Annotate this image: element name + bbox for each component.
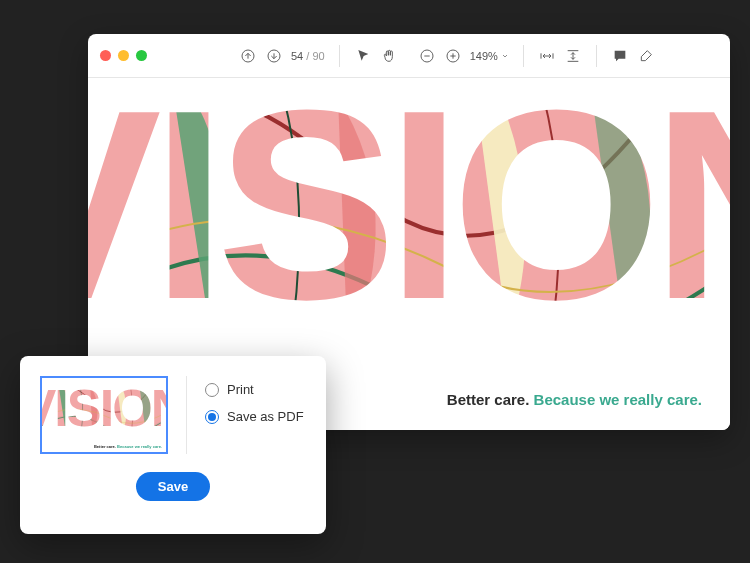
vision-artwork: VISION [88, 58, 730, 378]
tagline-part-b: Because we really care. [534, 391, 702, 408]
tagline: Better care. Because we really care. [447, 391, 702, 408]
save-button[interactable]: Save [136, 472, 210, 501]
radio-save-pdf[interactable]: Save as PDF [205, 409, 304, 424]
tagline-part-a: Better care. [447, 391, 530, 408]
radio-print[interactable]: Print [205, 382, 304, 397]
export-dialog: VISION Better care. Because we really ca… [20, 356, 326, 534]
divider [186, 376, 187, 454]
radio-icon [205, 383, 219, 397]
svg-text:VISION: VISION [42, 379, 166, 437]
radio-print-label: Print [227, 382, 254, 397]
radio-icon [205, 410, 219, 424]
page-thumbnail[interactable]: VISION Better care. Because we really ca… [40, 376, 168, 454]
export-options: Print Save as PDF [205, 376, 304, 424]
svg-text:VISION: VISION [88, 58, 730, 355]
radio-pdf-label: Save as PDF [227, 409, 304, 424]
